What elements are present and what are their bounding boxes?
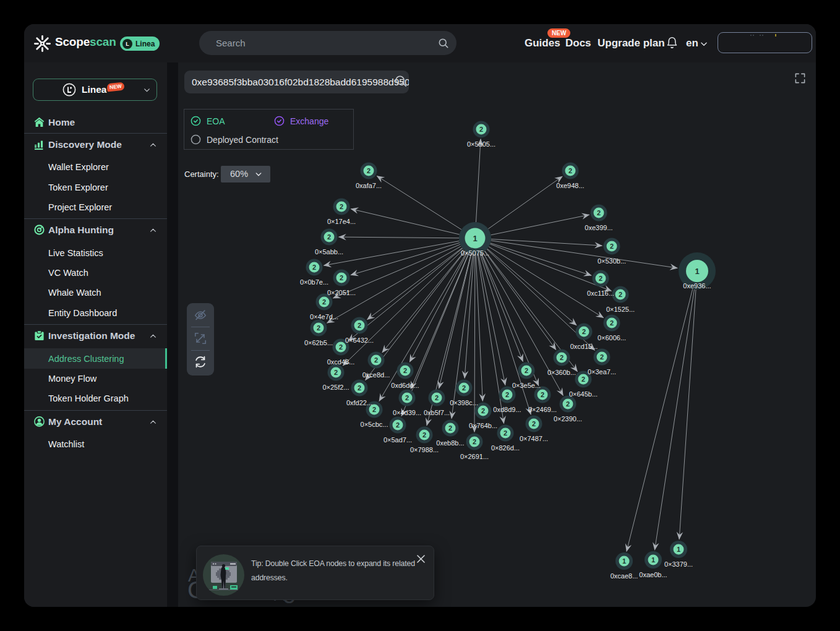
svg-text:0×7988...: 0×7988...: [410, 446, 439, 453]
svg-text:0xafa7...: 0xafa7...: [356, 182, 382, 189]
svg-text:2: 2: [396, 421, 400, 429]
svg-text:2: 2: [322, 298, 326, 306]
svg-text:2: 2: [581, 376, 585, 383]
svg-text:2: 2: [582, 328, 586, 335]
svg-text:2: 2: [317, 324, 320, 332]
svg-text:2: 2: [619, 291, 622, 298]
svg-text:0×764b...: 0×764b...: [469, 422, 497, 429]
svg-text:1: 1: [677, 546, 680, 553]
svg-text:2: 2: [600, 353, 604, 361]
svg-text:0×826d...: 0×826d...: [491, 444, 520, 452]
svg-text:0xcd48...: 0xcd48...: [327, 358, 355, 366]
svg-text:0×398c...: 0×398c...: [450, 399, 478, 406]
svg-text:0×5ad7...: 0×5ad7...: [384, 436, 412, 444]
svg-text:0xd8d9...: 0xd8d9...: [493, 406, 521, 413]
svg-text:2: 2: [479, 126, 483, 133]
svg-text:0×3ea7...: 0×3ea7...: [588, 368, 616, 376]
svg-text:2: 2: [340, 274, 343, 281]
svg-text:0×2390...: 0×2390...: [554, 415, 582, 423]
svg-text:2: 2: [327, 233, 331, 241]
svg-text:2: 2: [340, 203, 343, 210]
svg-text:0xce8d...: 0xce8d...: [362, 371, 390, 379]
svg-text:0xfd22...: 0xfd22...: [346, 399, 372, 406]
svg-text:0×3379...: 0×3379...: [664, 560, 693, 568]
svg-text:0×530b...: 0×530b...: [598, 257, 626, 265]
svg-text:2: 2: [334, 369, 338, 376]
svg-text:2: 2: [448, 424, 452, 432]
svg-text:1: 1: [651, 556, 655, 564]
svg-text:2: 2: [505, 391, 509, 398]
svg-text:2: 2: [374, 356, 378, 364]
svg-text:0xae0b...: 0xae0b...: [639, 571, 667, 578]
svg-text:0xb5f7...: 0xb5f7...: [424, 409, 450, 416]
svg-text:0×5075...: 0×5075...: [461, 249, 489, 257]
svg-text:2: 2: [403, 367, 407, 374]
svg-text:0×17e4...: 0×17e4...: [327, 218, 356, 225]
svg-text:0×0b7e...: 0×0b7e...: [300, 278, 328, 286]
svg-text:0×25f2...: 0×25f2...: [322, 384, 349, 391]
svg-text:2: 2: [358, 322, 361, 329]
svg-text:0×3e5e...: 0×3e5e...: [512, 382, 541, 389]
svg-text:0×6006...: 0×6006...: [598, 334, 626, 341]
svg-text:2: 2: [610, 319, 614, 327]
svg-text:0×2469...: 0×2469...: [528, 406, 557, 413]
svg-text:2: 2: [566, 400, 570, 408]
svg-text:2: 2: [610, 243, 614, 250]
svg-text:0×645b...: 0×645b...: [569, 390, 598, 398]
svg-text:0xeb8b...: 0xeb8b...: [436, 439, 464, 447]
svg-text:0xe948...: 0xe948...: [556, 182, 584, 189]
svg-text:2: 2: [435, 394, 439, 401]
svg-text:2: 2: [339, 343, 343, 351]
svg-text:2: 2: [541, 391, 544, 398]
svg-text:2: 2: [405, 394, 409, 401]
svg-text:2: 2: [358, 384, 361, 392]
svg-text:0xcd15...: 0xcd15...: [570, 343, 598, 350]
svg-text:2: 2: [532, 420, 536, 427]
svg-text:2: 2: [367, 167, 371, 174]
svg-text:0×5cbc...: 0×5cbc...: [361, 421, 388, 428]
svg-text:2: 2: [597, 209, 601, 217]
svg-text:2: 2: [312, 264, 316, 271]
svg-text:0×5a05...: 0×5a05...: [467, 140, 495, 148]
svg-text:0xe936...: 0xe936...: [683, 282, 711, 290]
svg-text:2: 2: [504, 429, 507, 437]
svg-text:0×7487...: 0×7487...: [520, 435, 548, 442]
svg-text:0×2691...: 0×2691...: [460, 453, 489, 460]
svg-text:2: 2: [473, 438, 476, 445]
svg-text:0xc116...: 0xc116...: [587, 290, 614, 297]
svg-text:0×360b...: 0×360b...: [547, 369, 576, 376]
svg-text:2: 2: [568, 167, 572, 174]
svg-text:2: 2: [481, 407, 485, 414]
svg-text:0×2051...: 0×2051...: [327, 289, 356, 296]
svg-text:2: 2: [560, 354, 564, 361]
svg-text:2: 2: [372, 406, 376, 413]
svg-text:2: 2: [422, 431, 426, 439]
svg-text:0×1525...: 0×1525...: [606, 306, 635, 313]
svg-text:1: 1: [622, 557, 626, 565]
svg-text:0×5abb...: 0×5abb...: [315, 248, 343, 255]
svg-text:1: 1: [473, 234, 477, 243]
svg-text:0×4d39...: 0×4d39...: [393, 409, 421, 416]
svg-text:0xe399...: 0xe399...: [585, 224, 612, 231]
svg-text:2: 2: [462, 384, 466, 392]
svg-text:2: 2: [599, 275, 602, 282]
svg-text:1: 1: [695, 267, 699, 276]
svg-text:0×4e7d...: 0×4e7d...: [310, 313, 338, 320]
svg-text:0×6432...: 0×6432...: [345, 337, 374, 344]
svg-text:0xcae8...: 0xcae8...: [611, 572, 638, 580]
svg-text:0xd6dd...: 0xd6dd...: [391, 382, 419, 389]
svg-text:0×62b5...: 0×62b5...: [304, 339, 333, 346]
svg-text:2: 2: [525, 367, 528, 374]
